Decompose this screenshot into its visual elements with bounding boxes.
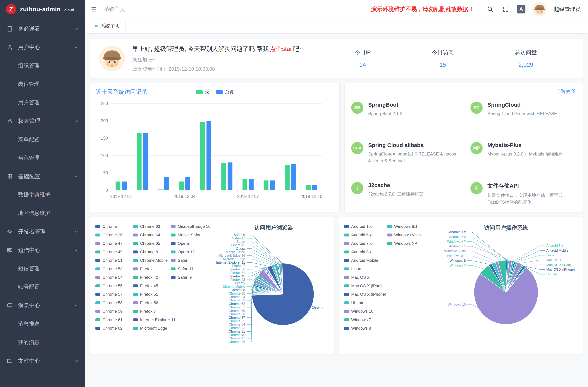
legend-item-chrome-59[interactable]: Chrome 59 — [95, 307, 133, 316]
legend-item-opera[interactable]: Opera — [171, 239, 208, 248]
app-logo[interactable]: Z zuihou-admin cloud — [0, 0, 85, 19]
legend-item-safari-11[interactable]: Safari 11 — [171, 265, 208, 273]
legend-item-mac-os-x-iphone-[interactable]: Mac OS X (iPhone) — [344, 290, 387, 299]
bar-总数-2019-12-02[interactable] — [143, 133, 148, 190]
user-avatar[interactable] — [532, 2, 547, 16]
collapse-sidebar-icon[interactable] — [90, 5, 98, 14]
legend-item-chrome-63[interactable]: Chrome 63 — [133, 222, 171, 231]
legend-item-chrome-53[interactable]: Chrome 53 — [95, 265, 133, 273]
bar-legend-item-0[interactable]: 您 — [196, 89, 210, 95]
legend-item-opera-12[interactable]: Opera 12 — [171, 248, 208, 256]
bar-您-2019-12-01[interactable] — [116, 182, 120, 190]
sidebar-item-base-config[interactable]: 基础配置 — [0, 167, 85, 185]
legend-item-chrome-54[interactable]: Chrome 54 — [95, 273, 133, 282]
bar-总数-2019-12-10[interactable] — [312, 185, 317, 190]
sidebar-item-role-management[interactable]: 角色管理 — [0, 149, 85, 167]
bar-总数-2019-12-09[interactable] — [291, 164, 296, 190]
bar-您-2019-12-08[interactable] — [264, 180, 269, 190]
legend-item-windows-8[interactable]: Windows 8 — [344, 324, 387, 333]
bar-您-2019-12-07[interactable] — [243, 179, 247, 190]
legend-item-firefox-45[interactable]: Firefox 45 — [133, 282, 171, 290]
sidebar-item-permission[interactable]: 权限管理 — [0, 112, 85, 130]
sidebar-item-sms-center[interactable]: 短信中心 — [0, 241, 85, 259]
legend-item-mac-os-x[interactable]: Mac OS X — [344, 273, 387, 282]
sidebar-item-area-maintain[interactable]: 地区信息维护 — [0, 204, 85, 223]
search-icon[interactable] — [486, 5, 494, 14]
legend-item-firefox[interactable]: Firefox — [133, 265, 171, 273]
legend-item-firefox-42[interactable]: Firefox 42 — [133, 273, 171, 282]
legend-item-chrome-8[interactable]: Chrome 8 — [133, 248, 171, 256]
legend-item-windows-7[interactable]: Windows 7 — [344, 316, 387, 324]
bar-legend-item-1[interactable]: 总数 — [216, 89, 234, 95]
legend-item-chrome-65[interactable]: Chrome 65 — [133, 239, 171, 248]
legend-item-mobile-safari[interactable]: Mobile Safari — [171, 231, 208, 239]
legend-item-chrome-49[interactable]: Chrome 49 — [95, 248, 133, 256]
legend-item-chrome-55[interactable]: Chrome 55 — [95, 282, 133, 290]
legend-item-chrome[interactable]: Chrome — [95, 222, 133, 231]
legend-item-safari-9[interactable]: Safari 9 — [171, 273, 208, 282]
legend-item-chrome-57[interactable]: Chrome 57 — [95, 290, 133, 299]
bar-您-2019-12-10[interactable] — [306, 185, 311, 190]
bar-总数-2019-12-03[interactable] — [164, 177, 169, 190]
sidebar-item-must-read[interactable]: 务必详看 — [0, 20, 85, 38]
legend-item-mac-os-x-ipad-[interactable]: Mac OS X (iPad) — [344, 282, 387, 290]
legend-item-linux[interactable]: Linux — [344, 265, 387, 273]
legend-item-internet-explorer-11[interactable]: Internet Explorer 11 — [133, 316, 171, 324]
tab-home[interactable]: 系统主页 — [90, 21, 126, 31]
legend-item-firefox-51[interactable]: Firefox 51 — [133, 290, 171, 299]
sidebar-item-file-center[interactable]: 文件中心 — [0, 352, 85, 370]
legend-item-chrome-61[interactable]: Chrome 61 — [95, 316, 133, 324]
bar-总数-2019-12-08[interactable] — [270, 180, 275, 190]
star-link[interactable]: 点个star — [270, 45, 292, 52]
legend-item-android-6.x[interactable]: Android 6.x — [344, 231, 387, 239]
sidebar-item-sms-management[interactable]: 短信管理 — [0, 259, 85, 278]
legend-item-windows-xp[interactable]: Windows XP — [387, 239, 430, 248]
legend-item-chrome-26[interactable]: Chrome 26 — [95, 231, 133, 239]
legend-item-microsoft-edge-16[interactable]: Microsoft Edge 16 — [171, 222, 208, 231]
legend-item-chrome-58[interactable]: Chrome 58 — [95, 299, 133, 307]
bar-您-2019-12-09[interactable] — [285, 165, 290, 190]
legend-item-chrome-mobile[interactable]: Chrome Mobile — [133, 256, 171, 265]
legend-item-windows-10[interactable]: Windows 10 — [344, 307, 387, 316]
legend-item-windows-vista[interactable]: Windows Vista — [387, 231, 430, 239]
sidebar-item-user-center[interactable]: 用户中心 — [0, 38, 85, 57]
username[interactable]: 超级管理员 — [554, 5, 581, 13]
legend-item-ubuntu[interactable]: Ubuntu — [344, 299, 387, 307]
font-size-icon[interactable]: A — [517, 5, 525, 14]
legend-item-chrome-62[interactable]: Chrome 62 — [95, 324, 133, 333]
sidebar-item-developer[interactable]: 开发者管理 — [0, 223, 85, 241]
sidebar-item-user-management[interactable]: 用户管理 — [0, 93, 85, 112]
legend-item-android-7.x[interactable]: Android 7.x — [344, 239, 387, 248]
sidebar-item-message-center[interactable]: 消息中心 — [0, 296, 85, 315]
legend-item-android-mobile[interactable]: Android Mobile — [344, 256, 387, 265]
legend-item-android-1.x[interactable]: Android 1.x — [344, 222, 387, 231]
sidebar-item-my-messages[interactable]: 我的消息 — [0, 333, 85, 352]
bar-您-2019-12-03[interactable] — [158, 189, 163, 190]
legend-item-safari[interactable]: Safari — [171, 256, 208, 265]
sidebar-item-dict-maintain[interactable]: 数据字典维护 — [0, 185, 85, 204]
legend-item-chrome-47[interactable]: Chrome 47 — [95, 239, 133, 248]
sidebar-item-post-management[interactable]: 岗位管理 — [0, 75, 85, 93]
bar-您-2019-12-02[interactable] — [137, 133, 142, 190]
learn-more-link[interactable]: 了解更多 — [555, 88, 576, 95]
bar-总数-2019-12-04[interactable] — [185, 177, 190, 190]
fullscreen-icon[interactable] — [502, 5, 510, 14]
legend-item-chrome-51[interactable]: Chrome 51 — [95, 256, 133, 265]
legend-item-firefox-7[interactable]: Firefox 7 — [133, 307, 171, 316]
sidebar-item-menu-config[interactable]: 菜单配置 — [0, 130, 85, 149]
bar-您-2019-12-06[interactable] — [221, 163, 226, 190]
breadcrumb[interactable]: 系统主页 — [104, 5, 125, 13]
legend-item-chrome-64[interactable]: Chrome 64 — [133, 231, 171, 239]
bar-总数-2019-12-06[interactable] — [228, 163, 232, 190]
bar-总数-2019-12-05[interactable] — [207, 121, 211, 190]
bar-总数-2019-12-01[interactable] — [122, 182, 126, 190]
legend-item-firefox-56[interactable]: Firefox 56 — [133, 299, 171, 307]
legend-item-microsoft-edge[interactable]: Microsoft Edge — [133, 324, 171, 333]
sidebar-item-org-management[interactable]: 组织管理 — [0, 57, 85, 75]
bar-您-2019-12-04[interactable] — [179, 182, 184, 190]
bar-您-2019-12-05[interactable] — [200, 122, 205, 190]
sidebar-item-message-push[interactable]: 消息推送 — [0, 315, 85, 333]
legend-item-windows-8.1[interactable]: Windows 8.1 — [387, 222, 430, 231]
bar-总数-2019-12-07[interactable] — [249, 179, 253, 190]
sidebar-item-account-config[interactable]: 账号配置 — [0, 278, 85, 296]
